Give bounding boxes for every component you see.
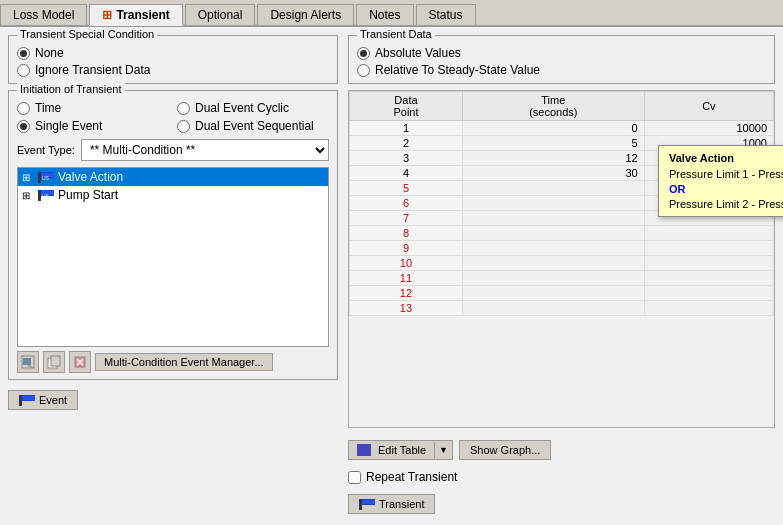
- radio-single-event[interactable]: Single Event: [17, 119, 169, 133]
- radio-ignore[interactable]: Ignore Transient Data: [17, 63, 329, 77]
- col-header-data-point: DataPoint: [350, 92, 463, 121]
- radio-time[interactable]: Time: [17, 101, 169, 115]
- table-scroll-area[interactable]: DataPoint Time(seconds) Cv 1 0 10000 2: [349, 91, 774, 427]
- transient-data-group: Transient Data Absolute Values Relative …: [348, 35, 775, 84]
- multi-condition-btn[interactable]: Multi-Condition Event Manager...: [95, 353, 273, 371]
- edit-table-main[interactable]: Edit Table: [349, 441, 434, 459]
- cv-11[interactable]: [644, 271, 773, 286]
- tab-transient[interactable]: ⊞ Transient: [89, 4, 182, 26]
- event-item-pump-start[interactable]: ⊞ US Pump Start: [18, 186, 328, 204]
- valve-action-label: Valve Action: [58, 170, 123, 184]
- cv-10[interactable]: [644, 256, 773, 271]
- radio-dual-cyclic-input[interactable]: [177, 102, 190, 115]
- radio-none[interactable]: None: [17, 46, 329, 60]
- event-flag-icon: [19, 395, 35, 406]
- time-2[interactable]: 5: [462, 136, 644, 151]
- initiation-title: Initiation of Transient: [17, 83, 125, 95]
- cv-12[interactable]: [644, 286, 773, 301]
- table-row: 8: [350, 226, 774, 241]
- col-header-time: Time(seconds): [462, 92, 644, 121]
- radio-absolute[interactable]: Absolute Values: [357, 46, 766, 60]
- pump-start-label: Pump Start: [58, 188, 118, 202]
- copy-event-btn[interactable]: [43, 351, 65, 373]
- event-type-label: Event Type:: [17, 144, 75, 156]
- tab-notes[interactable]: Notes: [356, 4, 413, 25]
- radio-relative[interactable]: Relative To Steady-State Value: [357, 63, 766, 77]
- radio-dual-seq-input[interactable]: [177, 120, 190, 133]
- row-num-8: 8: [350, 226, 463, 241]
- tab-status[interactable]: Status: [416, 4, 476, 25]
- table-row: 9: [350, 241, 774, 256]
- transient-tab-icon: ⊞: [102, 8, 112, 22]
- radio-dual-seq[interactable]: Dual Event Sequential: [177, 119, 329, 133]
- radio-ignore-input[interactable]: [17, 64, 30, 77]
- valve-action-flag-icon: US: [38, 172, 54, 183]
- event-type-select[interactable]: ** Multi-Condition **: [81, 139, 329, 161]
- col-header-cv: Cv: [644, 92, 773, 121]
- radio-none-input[interactable]: [17, 47, 30, 60]
- radio-relative-input[interactable]: [357, 64, 370, 77]
- expand-icon-pump: ⊞: [22, 190, 34, 201]
- time-5[interactable]: [462, 181, 644, 196]
- table-row: 13: [350, 301, 774, 316]
- cv-13[interactable]: [644, 301, 773, 316]
- time-8[interactable]: [462, 226, 644, 241]
- radio-dual-cyclic[interactable]: Dual Event Cyclic: [177, 101, 329, 115]
- optional-tab-label: Optional: [198, 8, 243, 22]
- radio-time-input[interactable]: [17, 102, 30, 115]
- svg-text:US: US: [42, 175, 50, 181]
- row-num-5: 5: [350, 181, 463, 196]
- delete-event-icon: [73, 355, 87, 369]
- repeat-transient-label: Repeat Transient: [366, 470, 457, 484]
- event-bottom-btn[interactable]: Event: [8, 390, 78, 410]
- add-event-btn[interactable]: [17, 351, 39, 373]
- time-7[interactable]: [462, 211, 644, 226]
- time-3[interactable]: 12: [462, 151, 644, 166]
- svg-rect-0: [38, 172, 41, 183]
- tab-design-alerts[interactable]: Design Alerts: [257, 4, 354, 25]
- radio-dual-seq-label: Dual Event Sequential: [195, 119, 314, 133]
- time-6[interactable]: [462, 196, 644, 211]
- radio-single-event-input[interactable]: [17, 120, 30, 133]
- repeat-transient-checkbox[interactable]: [348, 471, 361, 484]
- time-1[interactable]: 0: [462, 121, 644, 136]
- event-item-valve-action[interactable]: ⊞ US Valve Action: [18, 168, 328, 186]
- cv-1[interactable]: 10000: [644, 121, 773, 136]
- row-num-1: 1: [350, 121, 463, 136]
- time-4[interactable]: 30: [462, 166, 644, 181]
- svg-text:US: US: [42, 193, 50, 199]
- svg-rect-19: [359, 499, 362, 510]
- cv-9[interactable]: [644, 241, 773, 256]
- transient-tab-label: Transient: [116, 8, 169, 22]
- radio-single-event-label: Single Event: [35, 119, 102, 133]
- tab-loss-model[interactable]: Loss Model: [0, 4, 87, 25]
- edit-table-icon: [357, 444, 371, 456]
- transient-bottom-btn[interactable]: Transient: [348, 494, 435, 514]
- tooltip-line2: Pressure Limit 2 - Pressure Static at Pi…: [669, 198, 783, 210]
- copy-event-icon: [47, 355, 61, 369]
- time-11[interactable]: [462, 271, 644, 286]
- radio-time-label: Time: [35, 101, 61, 115]
- table-row: 11: [350, 271, 774, 286]
- time-13[interactable]: [462, 301, 644, 316]
- delete-event-btn[interactable]: [69, 351, 91, 373]
- time-12[interactable]: [462, 286, 644, 301]
- tab-optional[interactable]: Optional: [185, 4, 256, 25]
- transient-flag-icon: [359, 499, 375, 510]
- row-num-2: 2: [350, 136, 463, 151]
- tooltip-or: OR: [669, 183, 783, 195]
- table-row: 12: [350, 286, 774, 301]
- edit-table-arrow[interactable]: ▼: [434, 442, 452, 458]
- transient-data-title: Transient Data: [357, 28, 435, 40]
- row-num-4: 4: [350, 166, 463, 181]
- time-10[interactable]: [462, 256, 644, 271]
- row-num-12: 12: [350, 286, 463, 301]
- table-row: 10: [350, 256, 774, 271]
- time-9[interactable]: [462, 241, 644, 256]
- edit-table-dropdown[interactable]: Edit Table ▼: [348, 440, 453, 460]
- show-graph-btn[interactable]: Show Graph...: [459, 440, 551, 460]
- loss-model-tab-label: Loss Model: [13, 8, 74, 22]
- radio-absolute-input[interactable]: [357, 47, 370, 60]
- cv-8[interactable]: [644, 226, 773, 241]
- svg-rect-4: [38, 190, 41, 201]
